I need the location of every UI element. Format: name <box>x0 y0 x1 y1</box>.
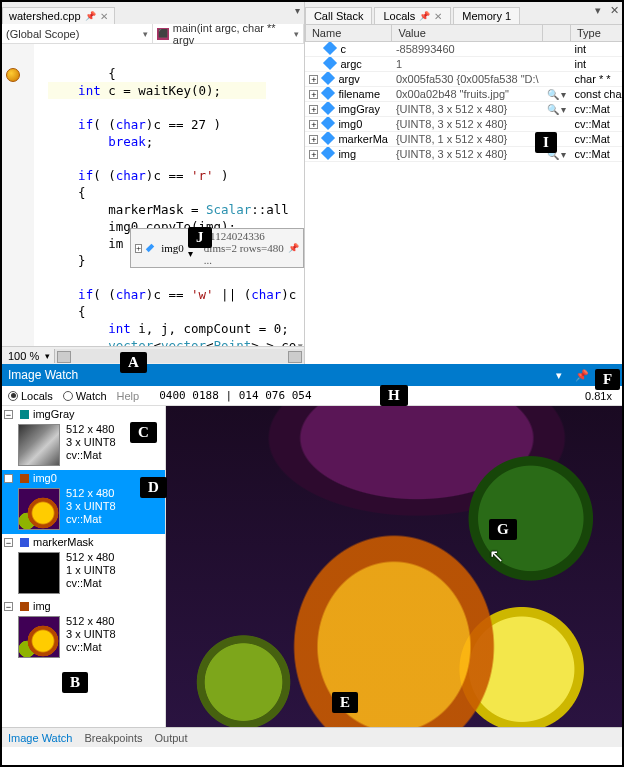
editor-gutter[interactable] <box>2 44 34 346</box>
breakpoint-marker-icon[interactable] <box>6 68 20 82</box>
annotation-E: E <box>332 692 358 713</box>
visualizer-icon[interactable]: 🔍 ▾ <box>547 89 567 100</box>
iw-channels: 3 x UINT8 <box>66 628 116 641</box>
variable-icon <box>321 117 335 131</box>
tab-callstack[interactable]: Call Stack <box>305 7 373 24</box>
pin-icon[interactable]: 📌 <box>288 243 299 253</box>
imagewatch-zoom: 0.81x <box>585 390 616 402</box>
tab-output[interactable]: Output <box>155 732 188 744</box>
tab-dropdown-icon[interactable]: ▾ <box>295 5 300 16</box>
debug-panels: Call Stack Locals📌✕ Memory 1 ▾ ✕ Name Va… <box>305 2 624 364</box>
variable-icon <box>323 42 337 56</box>
locals-row[interactable]: +markerMa{UINT8, 1 x 512 x 480} cv::Mat <box>305 132 624 147</box>
col-vis[interactable] <box>543 25 571 42</box>
tab-memory[interactable]: Memory 1 <box>453 7 520 24</box>
horizontal-scrollbar[interactable] <box>54 349 304 363</box>
tab-breakpoints[interactable]: Breakpoints <box>84 732 142 744</box>
annotation-I: I <box>535 132 557 153</box>
pixel-readout: 0400 0188 | 014 076 054 <box>159 389 311 402</box>
annotation-A: A <box>120 352 147 373</box>
thumbnail[interactable] <box>18 552 60 594</box>
col-name[interactable]: Name <box>305 25 392 42</box>
help-link[interactable]: Help <box>117 390 140 402</box>
variable-icon <box>146 244 155 253</box>
zoom-dropdown-icon[interactable]: ▾ <box>45 351 54 361</box>
expand-icon[interactable]: + <box>309 150 318 159</box>
zoom-bar: 100 % ▾ <box>2 346 304 364</box>
tab-locals[interactable]: Locals📌✕ <box>374 7 451 24</box>
close-icon[interactable]: ✕ <box>100 11 108 22</box>
iw-type: cv::Mat <box>66 449 116 462</box>
imagewatch-viewer[interactable] <box>166 406 622 727</box>
expand-icon[interactable]: − <box>4 538 13 547</box>
expand-icon[interactable]: + <box>309 90 318 99</box>
iw-item-name: markerMask <box>33 536 94 548</box>
col-value[interactable]: Value <box>392 25 543 42</box>
annotation-F: F <box>595 369 620 390</box>
variable-icon <box>321 132 335 146</box>
datatip-name: img0 <box>161 242 184 254</box>
locals-row[interactable]: +argv0x005fa530 {0x005fa538 "D:\char * * <box>305 72 624 87</box>
scope-bar: (Global Scope)▾ ⬛ main(int argc, char **… <box>2 24 304 44</box>
datatip-value: =1124024336 dims=2 rows=480 ... <box>204 230 284 266</box>
expand-icon[interactable]: + <box>309 105 318 114</box>
expand-icon[interactable]: + <box>135 244 142 253</box>
iw-type: cv::Mat <box>66 641 116 654</box>
imagewatch-toolbar: Locals Watch Help 0400 0188 | 014 076 05… <box>2 386 622 406</box>
iw-dims: 512 x 480 <box>66 615 116 628</box>
expand-icon[interactable]: + <box>309 135 318 144</box>
panel-window-controls[interactable]: ▾ ✕ <box>595 4 622 17</box>
col-type[interactable]: Type <box>570 25 624 42</box>
expand-icon[interactable]: − <box>4 410 13 419</box>
color-swatch-icon <box>20 474 29 483</box>
iw-dims: 512 x 480 <box>66 423 116 436</box>
radio-watch[interactable]: Watch <box>63 390 107 402</box>
visualizer-icon[interactable]: 🔍 ▾ <box>547 104 567 115</box>
locals-row[interactable]: +imgGray{UINT8, 3 x 512 x 480}🔍 ▾cv::Mat <box>305 102 624 117</box>
annotation-D: D <box>140 477 167 498</box>
tab-imagewatch[interactable]: Image Watch <box>8 732 72 744</box>
mouse-cursor-icon: ↖ <box>489 545 504 567</box>
image-display[interactable] <box>166 406 622 727</box>
editor-tab-active[interactable]: watershed.cpp 📌 ✕ <box>2 7 115 24</box>
scope-dropdown-left[interactable]: (Global Scope)▾ <box>2 24 153 43</box>
close-icon[interactable]: ✕ <box>434 11 442 22</box>
pin-icon[interactable]: 📌 <box>419 11 430 21</box>
iw-type: cv::Mat <box>66 577 116 590</box>
imagewatch-item[interactable]: 512 x 4803 x UINT8cv::Mat <box>2 612 165 662</box>
locals-grid[interactable]: Name Value Type c-858993460intargc1int+a… <box>305 24 624 364</box>
scope-dropdown-right[interactable]: ⬛ main(int argc, char ** argv▾ <box>153 24 304 43</box>
tab-label: watershed.cpp <box>9 10 81 22</box>
locals-row[interactable]: argc1int <box>305 57 624 72</box>
expand-icon[interactable]: + <box>309 120 318 129</box>
expand-icon[interactable]: − <box>4 602 13 611</box>
radio-locals[interactable]: Locals <box>8 390 53 402</box>
code-body[interactable]: { int c = waitKey(0); if( (char)c == 27 … <box>2 44 304 346</box>
color-swatch-icon <box>20 410 29 419</box>
imagewatch-header[interactable]: Image Watch ▾ 📌 ✕ <box>2 364 622 386</box>
expand-icon[interactable]: + <box>309 75 318 84</box>
color-swatch-icon <box>20 602 29 611</box>
code-text[interactable]: { int c = waitKey(0); if( (char)c == 27 … <box>34 44 304 346</box>
zoom-level[interactable]: 100 % <box>2 350 45 362</box>
annotation-J: J <box>188 227 212 248</box>
imagewatch-title: Image Watch <box>8 368 78 382</box>
locals-row[interactable]: +filename0x00a02b48 "fruits.jpg"🔍 ▾const… <box>305 87 624 102</box>
iw-channels: 3 x UINT8 <box>66 436 116 449</box>
variable-icon <box>321 87 335 101</box>
variable-icon <box>323 57 337 71</box>
expand-icon[interactable]: − <box>4 474 13 483</box>
iw-dims: 512 x 480 <box>66 551 116 564</box>
variable-icon <box>321 147 335 161</box>
thumbnail[interactable] <box>18 424 60 466</box>
thumbnail[interactable] <box>18 488 60 530</box>
locals-row[interactable]: +img{UINT8, 3 x 512 x 480}🔍 ▾cv::Mat <box>305 147 624 162</box>
pin-icon[interactable]: 📌 <box>85 11 96 21</box>
debugger-datatip[interactable]: + img0 🔍 ▾ =1124024336 dims=2 rows=480 .… <box>130 228 304 268</box>
locals-row[interactable]: c-858993460int <box>305 42 624 57</box>
annotation-H: H <box>380 385 408 406</box>
locals-row[interactable]: +img0{UINT8, 3 x 512 x 480} cv::Mat <box>305 117 624 132</box>
thumbnail[interactable] <box>18 616 60 658</box>
color-swatch-icon <box>20 538 29 547</box>
imagewatch-item[interactable]: 512 x 4801 x UINT8cv::Mat <box>2 548 165 598</box>
